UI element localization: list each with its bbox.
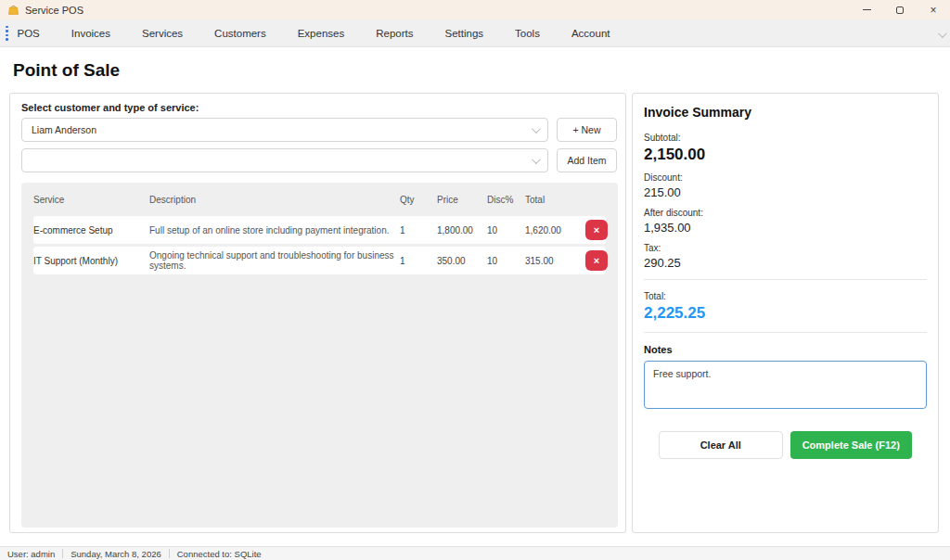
col-header-qty: Qty [400, 195, 437, 205]
notes-input[interactable]: Free support. [644, 361, 927, 409]
clear-all-button[interactable]: Clear All [659, 431, 783, 459]
cell-qty: 1 [400, 225, 437, 235]
cell-description: Full setup of an online store including … [149, 225, 400, 235]
new-customer-button[interactable]: + New [557, 118, 617, 142]
cell-price: 1,800.00 [437, 225, 487, 235]
table-row: E-commerce Setup Full setup of an online… [33, 216, 606, 244]
app-window: Service POS × POS Invoices Services Cust… [0, 0, 950, 560]
col-header-disc: Disc% [487, 195, 525, 205]
close-button[interactable]: × [917, 0, 950, 19]
subtotal-label: Subtotal: [644, 133, 927, 143]
status-user: User: admin [0, 549, 62, 559]
tax-value: 290.25 [644, 256, 927, 270]
cell-price: 350.00 [437, 256, 487, 266]
add-item-button[interactable]: Add Item [557, 148, 617, 172]
subtotal-value: 2,150.00 [644, 146, 927, 164]
total-label: Total: [644, 291, 927, 301]
status-bar: User: admin Sunday, March 8, 2026 Connec… [0, 546, 950, 560]
minimize-icon [863, 9, 871, 10]
window-controls: × [850, 0, 950, 19]
minimize-button[interactable] [850, 0, 883, 19]
cell-service: E-commerce Setup [33, 225, 149, 235]
cell-total: 1,620.00 [525, 225, 585, 235]
status-date: Sunday, March 8, 2026 [63, 549, 169, 559]
order-panel-label: Select customer and type of service: [21, 102, 199, 113]
col-header-total: Total [525, 195, 585, 205]
customer-picker-row: Liam Anderson + New [21, 118, 617, 142]
menu-item-pos[interactable]: POS [18, 22, 40, 45]
page-title: Point of Sale [13, 60, 120, 81]
table-row: IT Support (Monthly) Ongoing technical s… [33, 247, 606, 274]
col-header-service: Service [33, 195, 149, 205]
menu-item-reports[interactable]: Reports [376, 22, 413, 45]
service-picker-row: Add Item [21, 148, 617, 172]
discount-label: Discount: [644, 172, 927, 183]
order-panel: Select customer and type of service: Lia… [9, 93, 626, 533]
divider [644, 332, 927, 333]
action-buttons: Clear All Complete Sale (F12) [659, 431, 912, 459]
menu-item-invoices[interactable]: Invoices [71, 22, 110, 45]
col-header-description: Description [149, 195, 400, 205]
items-table-header: Service Description Qty Price Disc% Tota… [33, 183, 606, 216]
cell-qty: 1 [400, 256, 437, 266]
menu-overflow-button[interactable] [938, 25, 944, 42]
after-discount-label: After discount: [644, 208, 927, 218]
grip-dots-icon [0, 26, 18, 41]
menu-item-services[interactable]: Services [142, 22, 183, 45]
chevron-down-icon [532, 155, 541, 164]
cell-total: 315.00 [525, 256, 585, 266]
chevron-down-icon [532, 124, 541, 134]
total-value: 2,225.25 [644, 304, 927, 323]
menu-item-settings[interactable]: Settings [445, 22, 484, 45]
delete-row-button[interactable]: × [585, 220, 608, 240]
tax-label: Tax: [644, 243, 927, 253]
maximize-icon [896, 6, 904, 14]
menu-item-account[interactable]: Account [571, 22, 610, 45]
menu-item-tools[interactable]: Tools [515, 22, 540, 45]
menu-item-expenses[interactable]: Expenses [298, 22, 345, 45]
menu-bar: POS Invoices Services Customers Expenses… [0, 19, 950, 47]
shopping-bag-icon [7, 4, 19, 16]
items-table: Service Description Qty Price Disc% Tota… [21, 183, 618, 528]
summary-title: Invoice Summary [644, 105, 927, 120]
customer-select-value: Liam Anderson [32, 124, 96, 135]
maximize-button[interactable] [883, 0, 917, 19]
service-select[interactable] [21, 148, 548, 172]
status-connection: Connected to: SQLite [170, 549, 269, 559]
divider [644, 279, 927, 280]
cell-service: IT Support (Monthly) [33, 256, 149, 266]
cell-disc: 10 [487, 225, 525, 235]
col-header-price: Price [437, 195, 487, 205]
after-discount-value: 1,935.00 [644, 221, 927, 235]
invoice-summary-panel: Invoice Summary Subtotal: 2,150.00 Disco… [632, 93, 939, 533]
complete-sale-button[interactable]: Complete Sale (F12) [790, 431, 913, 459]
discount-value: 215.00 [644, 185, 927, 199]
delete-row-button[interactable]: × [585, 250, 608, 271]
cell-description: Ongoing technical support and troublesho… [149, 250, 400, 271]
chevron-down-icon [938, 29, 947, 38]
window-title: Service POS [25, 5, 83, 16]
notes-label: Notes [644, 344, 927, 355]
title-bar: Service POS × [0, 0, 950, 19]
cell-disc: 10 [487, 256, 525, 266]
customer-select[interactable]: Liam Anderson [21, 118, 548, 142]
menu-item-customers[interactable]: Customers [214, 22, 266, 45]
